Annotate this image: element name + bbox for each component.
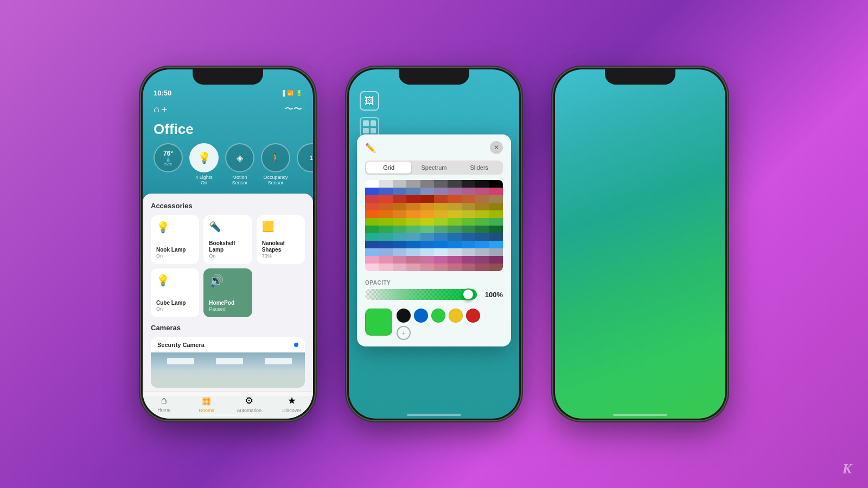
color-cell[interactable]: [379, 256, 392, 264]
color-cell[interactable]: [393, 264, 406, 271]
color-cell[interactable]: [462, 210, 475, 218]
swatch-green[interactable]: [431, 309, 445, 323]
color-cell[interactable]: [475, 233, 489, 241]
color-cell[interactable]: [462, 188, 475, 195]
color-cell[interactable]: [393, 195, 406, 203]
add-swatch-btn[interactable]: +: [397, 326, 411, 340]
color-cell[interactable]: [393, 241, 406, 248]
lights-item[interactable]: 💡 4 LightsOn: [189, 143, 219, 185]
color-cell[interactable]: [462, 233, 475, 241]
bookshelf-lamp-tile[interactable]: 🔦 Bookshelf Lamp On: [203, 215, 252, 264]
swatch-red[interactable]: [466, 309, 480, 323]
color-cell[interactable]: [379, 248, 392, 256]
color-cell[interactable]: [462, 180, 475, 188]
color-cell[interactable]: [365, 180, 379, 188]
color-cell[interactable]: [365, 188, 379, 195]
color-cell[interactable]: [365, 241, 379, 248]
cube-lamp-tile[interactable]: 💡 Cube Lamp On: [151, 268, 199, 317]
tab-home[interactable]: ⌂ Home: [143, 395, 186, 413]
color-cell[interactable]: [489, 226, 503, 233]
swatch-large[interactable]: [365, 309, 392, 336]
nanoleaf-tile[interactable]: 🟨 Nanoleaf Shapes 70%: [257, 215, 305, 264]
color-cell[interactable]: [365, 248, 379, 256]
color-cell[interactable]: [434, 256, 448, 264]
color-cell[interactable]: [393, 233, 406, 241]
color-cell[interactable]: [393, 180, 406, 188]
color-cell[interactable]: [434, 226, 448, 233]
color-cell[interactable]: [420, 226, 434, 233]
color-cell[interactable]: [475, 218, 489, 226]
color-cell[interactable]: [475, 195, 489, 203]
color-cell[interactable]: [475, 241, 489, 248]
nook-lamp-tile[interactable]: 💡 Nook Lamp On: [151, 215, 199, 264]
tab-rooms[interactable]: ▦ Rooms: [186, 395, 228, 413]
color-cell[interactable]: [406, 210, 420, 218]
color-cell[interactable]: [393, 188, 406, 195]
color-cell[interactable]: [420, 264, 434, 271]
color-cell[interactable]: [420, 218, 434, 226]
color-cell[interactable]: [462, 248, 475, 256]
color-cell[interactable]: [462, 195, 475, 203]
color-cell[interactable]: [475, 248, 489, 256]
color-cell[interactable]: [379, 264, 392, 271]
color-cell[interactable]: [448, 233, 461, 241]
swatch-blue[interactable]: [414, 309, 428, 323]
color-cell[interactable]: [365, 210, 379, 218]
tab-spectrum[interactable]: Spectrum: [411, 162, 456, 174]
tab-grid[interactable]: Grid: [366, 162, 411, 174]
color-cell[interactable]: [475, 188, 489, 195]
home-icon[interactable]: ⌂: [154, 104, 159, 115]
color-cell[interactable]: [406, 233, 420, 241]
camera-card[interactable]: Security Camera: [151, 337, 305, 388]
color-cell[interactable]: [489, 241, 503, 248]
color-cell[interactable]: [420, 256, 434, 264]
color-cell[interactable]: [406, 203, 420, 210]
close-button[interactable]: ✕: [490, 141, 503, 154]
color-cell[interactable]: [393, 203, 406, 210]
color-cell[interactable]: [489, 264, 503, 271]
color-cell[interactable]: [489, 218, 503, 226]
color-cell[interactable]: [462, 203, 475, 210]
color-cell[interactable]: [434, 180, 448, 188]
color-cell[interactable]: [448, 195, 461, 203]
color-cell[interactable]: [379, 226, 392, 233]
color-cell[interactable]: [393, 210, 406, 218]
color-cell[interactable]: [434, 241, 448, 248]
swatch-yellow[interactable]: [449, 309, 463, 323]
color-cell[interactable]: [420, 188, 434, 195]
color-cell[interactable]: [448, 210, 461, 218]
opacity-thumb[interactable]: [462, 288, 474, 300]
color-cell[interactable]: [489, 210, 503, 218]
color-cell[interactable]: [475, 256, 489, 264]
color-cell[interactable]: [462, 226, 475, 233]
color-cell[interactable]: [365, 195, 379, 203]
color-cell[interactable]: [365, 256, 379, 264]
color-cell[interactable]: [489, 180, 503, 188]
tab-discover[interactable]: ★ Discover: [271, 395, 314, 413]
tab-sliders[interactable]: Sliders: [457, 162, 502, 174]
color-cell[interactable]: [489, 256, 503, 264]
color-cell[interactable]: [420, 210, 434, 218]
color-cell[interactable]: [489, 195, 503, 203]
color-cell[interactable]: [365, 264, 379, 271]
color-cell[interactable]: [420, 203, 434, 210]
color-cell[interactable]: [434, 210, 448, 218]
color-cell[interactable]: [475, 203, 489, 210]
color-cell[interactable]: [379, 180, 392, 188]
color-cell[interactable]: [489, 233, 503, 241]
color-cell[interactable]: [379, 203, 392, 210]
swatch-black[interactable]: [397, 309, 411, 323]
color-cell[interactable]: [462, 241, 475, 248]
color-cell[interactable]: [434, 264, 448, 271]
image-icon-box[interactable]: 🖼: [360, 91, 379, 111]
color-cell[interactable]: [406, 188, 420, 195]
color-cell[interactable]: [406, 180, 420, 188]
color-cell[interactable]: [420, 233, 434, 241]
color-cell[interactable]: [462, 264, 475, 271]
color-cell[interactable]: [448, 218, 461, 226]
color-cell[interactable]: [434, 233, 448, 241]
color-cell[interactable]: [448, 256, 461, 264]
color-cell[interactable]: [406, 195, 420, 203]
opacity-slider[interactable]: [365, 289, 477, 300]
voice-icon[interactable]: 〜〜: [285, 104, 302, 115]
